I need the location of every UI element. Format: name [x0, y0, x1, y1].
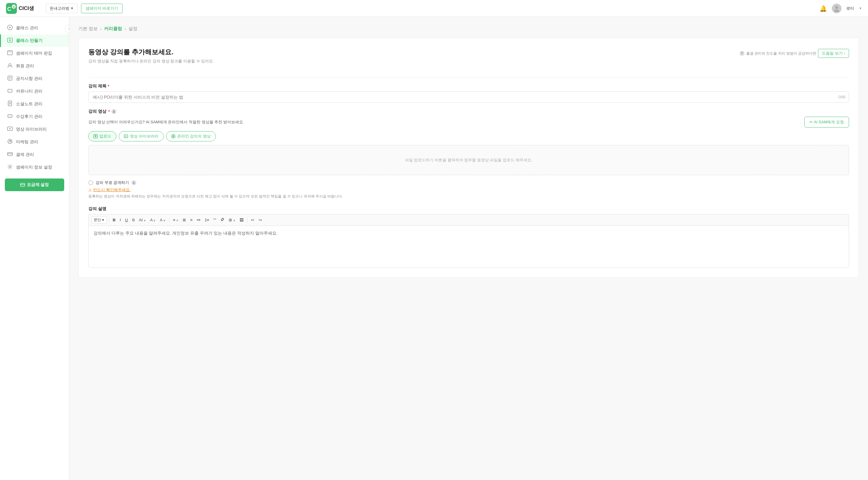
- italic-button[interactable]: I: [118, 217, 122, 223]
- help-btn[interactable]: 도움말 보기 ›: [818, 49, 849, 58]
- ai-sam-button[interactable]: ✏ AI SAM에게 요청: [804, 117, 849, 127]
- align-button[interactable]: ≡ ∨: [172, 217, 180, 223]
- online-tab[interactable]: 온라인 강의의 영상: [166, 131, 216, 142]
- library-tab[interactable]: 영상 라이브러리: [119, 131, 164, 142]
- editor-toolbar: 문단 ▼ B I U S AI ∨ A ∨ A ∨ ≡ ∨ ⊞ ≡ •≡: [88, 214, 849, 226]
- underline-button[interactable]: U: [124, 217, 129, 223]
- sidebar-item-page-settings[interactable]: 샘페이지 정보 설정: [0, 161, 69, 174]
- svg-rect-9: [8, 51, 12, 52]
- svg-rect-12: [8, 89, 12, 92]
- online-tab-label: 온라인 강의의 영상: [177, 133, 211, 139]
- link-button[interactable]: [219, 216, 226, 223]
- avatar: [832, 4, 841, 13]
- svg-point-15: [9, 116, 10, 116]
- svg-point-16: [10, 116, 11, 116]
- svg-rect-20: [7, 153, 12, 156]
- sidebar-item-class-manage[interactable]: 클래스 관리: [0, 22, 69, 34]
- breadcrumb: 기본 정보 › 커리큘럼 › 설정: [79, 26, 859, 32]
- sidebar-item-feedback-manage[interactable]: 수강후기 관리: [0, 110, 69, 123]
- indent-increase-button[interactable]: ⊞: [181, 217, 187, 223]
- user-dropdown-chevron-icon[interactable]: ▼: [859, 7, 862, 10]
- svg-text:IC: IC: [13, 5, 16, 9]
- header: C IC CICI생 돈내고라방 ▼ 샘페이지 바로가기 🔔 로티 ▼: [0, 0, 868, 17]
- table-button[interactable]: ⊞ ∨: [227, 217, 237, 223]
- svg-rect-22: [21, 183, 25, 186]
- warning-icon: ⚠: [88, 188, 92, 192]
- sidebar-item-video-library-label: 영상 라이브러리: [16, 127, 47, 132]
- main-content: 기본 정보 › 커리큘럼 › 설정 동영상 강의를 추가해보세요. 강의 영상을…: [69, 17, 868, 480]
- layout: ‹ 클래스 관리 클래스 만들기 샘페이지 테마 편집 회원 관리: [0, 17, 868, 480]
- pricing-plan-button[interactable]: 요금제 설정: [5, 179, 64, 191]
- free-radio-button[interactable]: [88, 180, 93, 185]
- undo-button[interactable]: ↩: [250, 217, 256, 223]
- video-info-icon[interactable]: ℹ: [112, 109, 116, 114]
- upload-tab-label: 업로드: [99, 133, 111, 139]
- upload-tab[interactable]: 업로드: [88, 131, 116, 142]
- sidebar-item-note-manage[interactable]: 소셜노트 관리: [0, 98, 69, 110]
- blockquote-button[interactable]: "": [212, 217, 218, 223]
- lecture-title-input[interactable]: [88, 91, 849, 103]
- image-button[interactable]: 🖼: [238, 217, 245, 223]
- payment-manage-icon: [7, 151, 13, 158]
- help-hint-text: 출결 관리와 진도율 처리 방법이 궁금하다면: [746, 51, 816, 56]
- toolbar-separator-2: [169, 218, 169, 222]
- upload-area[interactable]: 파일 업로드하기 버튼을 클릭하여 첨부할 동영상 파일을 업로드 해주세요.: [88, 145, 849, 175]
- indent-decrease-button[interactable]: ≡: [189, 217, 194, 223]
- svg-text:C: C: [7, 6, 11, 12]
- style-dropdown[interactable]: 문단 ▼: [92, 216, 107, 224]
- sidebar-item-community-manage-label: 커뮤니티 관리: [16, 89, 42, 94]
- sidebar-item-community-manage[interactable]: 커뮤니티 관리: [0, 85, 69, 98]
- highlight-button[interactable]: A ∨: [158, 217, 167, 223]
- breadcrumb-separator-2: ›: [124, 26, 126, 31]
- nav-dropdown[interactable]: 돈내고라방 ▼: [46, 4, 78, 13]
- sidebar-item-class-create[interactable]: 클래스 만들기: [0, 34, 69, 47]
- svg-point-21: [9, 166, 11, 168]
- bullet-list-button[interactable]: •≡: [195, 217, 202, 223]
- sidebar-item-notice-manage[interactable]: 공지사항 관리: [0, 72, 69, 85]
- sidebar-item-marketing-manage[interactable]: 마케팅 관리: [0, 136, 69, 148]
- sidebar-item-class-manage-label: 클래스 관리: [16, 25, 38, 31]
- sidebar-item-payment-manage[interactable]: 결제 관리: [0, 148, 69, 161]
- style-dropdown-label: 문단: [94, 217, 101, 222]
- lecture-title-label: 강의 제목 *: [88, 84, 849, 89]
- header-left: C IC CICI생 돈내고라방 ▼ 샘페이지 바로가기: [6, 3, 123, 14]
- sidebar-item-class-create-label: 클래스 만들기: [16, 38, 42, 43]
- upload-placeholder-text: 파일 업로드하기 버튼을 클릭하여 첨부할 동영상 파일을 업로드 해주세요.: [405, 158, 532, 162]
- sidebar-item-feedback-manage-label: 수강후기 관리: [16, 114, 42, 119]
- ai-text-button[interactable]: AI ∨: [137, 217, 147, 223]
- logo: C IC CICI생: [6, 3, 42, 14]
- lecture-video-label: 강의 영상 * ℹ: [88, 109, 849, 114]
- editor-body[interactable]: 강의에서 다루는 주요 내용을 알려주세요. 개인정보 유출 우려가 있는 내용…: [88, 226, 849, 268]
- note-manage-icon: [7, 101, 13, 107]
- sidebar-item-page-theme[interactable]: 샘페이지 테마 편집: [0, 47, 69, 60]
- library-tab-label: 영상 라이브러리: [130, 133, 158, 139]
- redo-button[interactable]: ↪: [257, 217, 264, 223]
- required-mark: *: [107, 84, 109, 89]
- free-toggle-info-icon[interactable]: ℹ: [131, 180, 136, 185]
- strikethrough-button[interactable]: S: [130, 217, 136, 223]
- style-dropdown-chevron-icon: ▼: [101, 218, 104, 221]
- breadcrumb-item-curriculum: 커리큘럼: [104, 26, 122, 32]
- sidebar-item-member-manage[interactable]: 회원 관리: [0, 60, 69, 72]
- main-card: 동영상 강의를 추가해보세요. 강의 영상을 직접 등록하거나 온라인 강의 영…: [79, 38, 859, 278]
- notification-bell-icon[interactable]: 🔔: [819, 5, 827, 12]
- svg-point-4: [835, 6, 838, 9]
- sidebar-item-video-library[interactable]: 영상 라이브러리: [0, 123, 69, 136]
- page-link-button[interactable]: 샘페이지 바로가기: [81, 4, 123, 13]
- svg-marker-18: [9, 128, 11, 129]
- nav-dropdown-label: 돈내고라방: [50, 6, 69, 11]
- font-color-button[interactable]: A ∨: [149, 217, 157, 223]
- bold-button[interactable]: B: [111, 217, 117, 223]
- numbered-list-button[interactable]: 1≡: [203, 217, 211, 223]
- sidebar-item-marketing-manage-label: 마케팅 관리: [16, 139, 38, 145]
- video-library-icon: [7, 126, 13, 133]
- editor-placeholder: 강의에서 다루는 주요 내용을 알려주세요. 개인정보 유출 우려가 있는 내용…: [93, 231, 278, 236]
- warning-text[interactable]: 반드시 확인해주세요.: [93, 187, 130, 193]
- user-name: 로티: [846, 6, 854, 11]
- page-title: 동영상 강의를 추가해보세요.: [88, 48, 214, 57]
- community-manage-icon: [7, 88, 13, 95]
- char-count: 0/80: [838, 95, 845, 99]
- free-toggle-row: 강의 무료 공개하기 ℹ: [88, 180, 849, 185]
- breadcrumb-separator: ›: [100, 26, 101, 31]
- lecture-title-input-wrapper: 0/80: [88, 91, 849, 103]
